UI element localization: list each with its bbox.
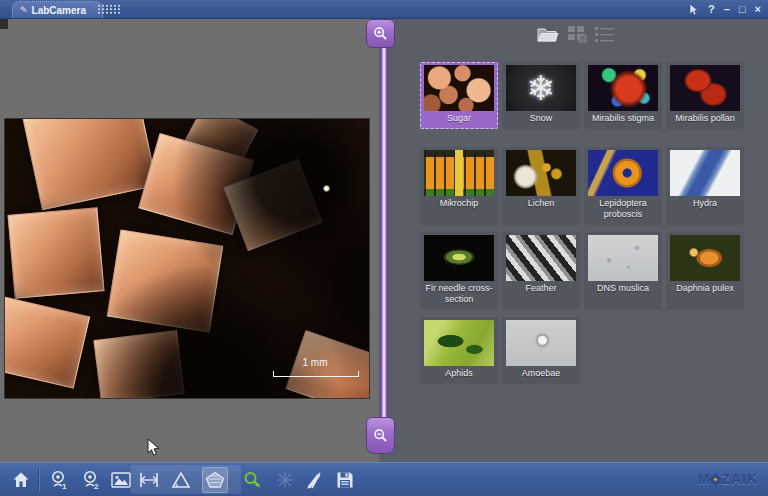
scale-label: 1 mm [273,357,357,368]
highlight-glint [323,185,330,192]
gallery-row: Sugar Snow Mirabilis stigma Mirabilis po… [420,62,744,129]
detect-magnifier-green-icon [242,470,264,490]
area-polygon-icon [204,470,226,490]
image-icon [110,470,132,490]
thumbnail-fir-needle [424,235,494,281]
gallery-item-dns-muslica[interactable]: DNS muslica [584,232,662,310]
webcam-2-badge: 2 [94,482,99,491]
measure-distance-button[interactable] [136,467,162,493]
webcam-1-badge: 1 [62,482,67,491]
minimize-button[interactable]: – [724,1,730,17]
gallery-panel: Sugar Snow Mirabilis stigma Mirabilis po… [388,18,768,462]
camera-view-panel: 1 mm [0,18,380,462]
webcam-2-icon: 2 [80,469,102,491]
sugar-crystal [93,330,184,399]
live-microscope-image: 1 mm [4,118,370,399]
scale-line [273,371,359,377]
thumbnail-lepidoptera-proboscis [588,150,658,196]
app-tab[interactable]: ✎ LabCamera [12,1,103,18]
zoom-slider-track[interactable] [380,32,388,448]
thumbnail-daphnia-pulex [670,235,740,281]
item-label: Mirabilis pollan [674,113,736,124]
item-label: Hydra [692,198,718,209]
pointer-mode-icon[interactable] [688,3,699,16]
zoom-in-button[interactable] [366,19,395,48]
thumbnail-view-button[interactable] [565,24,589,44]
webcam-2-button[interactable]: 2 [78,467,104,493]
item-label: Fir needle cross-section [421,283,497,305]
gallery-item-feather[interactable]: Feather [502,232,580,310]
angle-triangle-icon [170,470,192,490]
close-button[interactable]: × [755,1,761,17]
item-label: Lichen [527,198,556,209]
thumbnail-feather [506,235,576,281]
thumbnail-mirabilis-stigma [588,65,658,111]
gallery-item-mikrochip[interactable]: Mikrochip [420,147,498,225]
thumbnail-dns-muslica [588,235,658,281]
gallery-item-lichen[interactable]: Lichen [502,147,580,225]
gallery-item-hydra[interactable]: Hydra [666,147,744,225]
item-label: Snow [529,113,554,124]
titlebar: ✎ LabCamera ? – □ × [0,0,768,19]
item-label: Aphids [444,368,474,379]
gallery-row: Fir needle cross-section Feather DNS mus… [420,232,744,310]
snowflake-tool-button[interactable] [272,467,298,493]
gallery-item-aphids[interactable]: Aphids [420,317,498,384]
list-view-icon [594,25,616,43]
webcam-1-icon: 1 [48,469,70,491]
item-label: Amoebae [521,368,562,379]
item-label: Feather [524,283,557,294]
thumbnail-aphids [424,320,494,366]
gallery-item-sugar[interactable]: Sugar [420,62,498,129]
measure-area-button[interactable] [202,467,228,493]
help-button[interactable]: ? [708,1,715,17]
thumbnail-hydra [670,150,740,196]
list-view-button[interactable] [593,24,617,44]
sugar-crystal [107,229,223,332]
toolbar-separator [38,467,39,492]
gallery-toolbar [388,22,768,48]
item-label: Mirabilis stigma [591,113,655,124]
gallery-item-snow[interactable]: Snow [502,62,580,129]
measure-angle-button[interactable] [168,467,194,493]
maximize-button[interactable]: □ [739,1,746,17]
mozaik-logo: M ZAIK [698,471,758,487]
item-label: Mikrochip [439,198,480,209]
snowflake-faded-icon [275,470,295,490]
home-icon [11,470,31,490]
thumbnail-sugar [424,65,494,111]
gallery-item-amoebae[interactable]: Amoebae [502,317,580,384]
item-label: Lepidoptera proboscis [585,198,661,220]
save-button[interactable] [332,467,358,493]
labcamera-app: { "window": { "title": "LabCamera", "tab… [0,0,768,496]
distance-ruler-icon [138,470,160,490]
gallery-item-daphnia-pulex[interactable]: Daphnia pulex [666,232,744,310]
magnifier-minus-icon [373,428,388,443]
open-folder-button[interactable] [536,24,560,44]
app-title: LabCamera [32,5,86,16]
save-floppy-icon [335,470,355,490]
gallery-item-mirabilis-pollan[interactable]: Mirabilis pollan [666,62,744,129]
home-button[interactable] [8,467,34,493]
magnifier-plus-icon [373,26,388,41]
gallery-item-fir-needle[interactable]: Fir needle cross-section [420,232,498,310]
auto-detect-button[interactable] [240,467,266,493]
item-label: DNS muslica [596,283,650,294]
thumbnail-view-icon [567,25,587,43]
zoom-out-button[interactable] [366,417,395,454]
webcam-1-button[interactable]: 1 [46,467,72,493]
thumbnail-snow [506,65,576,111]
sugar-crystal [8,207,105,299]
pen-tools-icon [304,470,326,490]
open-folder-icon [537,26,559,43]
drag-dots-icon[interactable] [97,4,121,15]
scale-bar: 1 mm [273,359,357,377]
gallery-item-mirabilis-stigma[interactable]: Mirabilis stigma [584,62,662,129]
gallery-item-lepidoptera-proboscis[interactable]: Lepidoptera proboscis [584,147,662,225]
gallery-row: Aphids Amoebae [420,317,580,384]
annotate-button[interactable] [302,467,328,493]
logo-diamond-icon [709,473,722,486]
thumbnail-mirabilis-pollan [670,65,740,111]
panel-corner-notch [0,18,8,29]
thumbnail-lichen [506,150,576,196]
